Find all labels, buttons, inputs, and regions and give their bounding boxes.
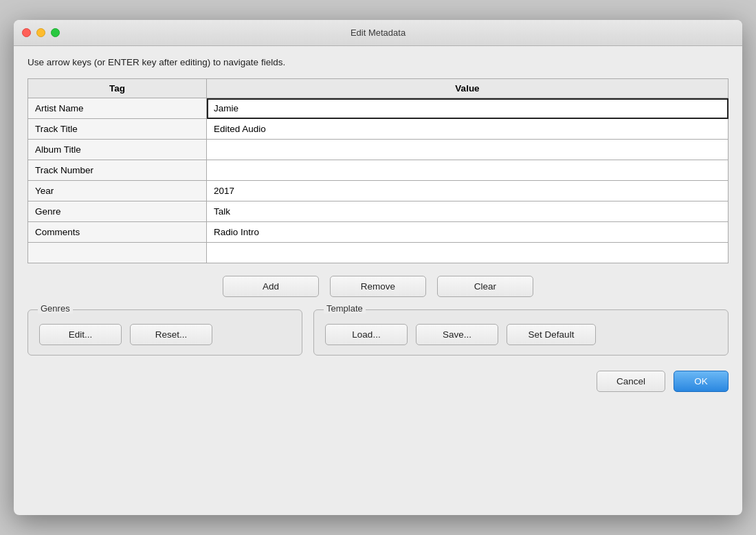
tag-cell: Genre [28,201,207,222]
final-buttons: Cancel OK [27,371,729,392]
close-button[interactable] [22,28,31,37]
remove-button[interactable]: Remove [330,276,426,297]
table-row: Artist NameJamie [28,98,729,119]
table-row: Year2017 [28,181,729,201]
table-row: Album Title [28,140,729,160]
value-cell[interactable] [207,140,729,160]
table-row: GenreTalk [28,201,729,222]
add-button[interactable]: Add [223,276,319,297]
tag-cell: Track Number [28,160,207,181]
template-save-button[interactable]: Save... [416,324,498,345]
titlebar: Edit Metadata [14,20,742,46]
col-header-value: Value [207,79,729,98]
cancel-button[interactable]: Cancel [597,371,665,392]
genres-label: Genres [38,303,73,314]
traffic-lights [22,28,60,37]
template-load-button[interactable]: Load... [325,324,408,345]
tag-cell: Artist Name [28,98,207,119]
maximize-button[interactable] [51,28,60,37]
clear-button[interactable]: Clear [437,276,533,297]
genres-reset-button[interactable]: Reset... [130,324,212,345]
minimize-button[interactable] [36,28,45,37]
table-row-empty [28,243,729,263]
window-title: Edit Metadata [351,28,405,38]
template-label: Template [324,303,366,314]
action-buttons: Add Remove Clear [27,276,729,297]
value-cell-empty [207,243,729,263]
value-cell[interactable]: Talk [207,201,729,222]
value-cell[interactable] [207,160,729,181]
template-section: Template Load... Save... Set Default [313,309,729,356]
tag-cell: Comments [28,222,207,243]
col-header-tag: Tag [28,79,207,98]
instructions-text: Use arrow keys (or ENTER key after editi… [27,57,729,67]
table-row: Track TitleEdited Audio [28,119,729,140]
tag-cell: Track Title [28,119,207,140]
genres-section: Genres Edit... Reset... [27,309,302,356]
table-row: CommentsRadio Intro [28,222,729,243]
genres-buttons: Edit... Reset... [39,324,291,345]
template-set-default-button[interactable]: Set Default [507,324,596,345]
genres-edit-button[interactable]: Edit... [39,324,122,345]
edit-metadata-window: Edit Metadata Use arrow keys (or ENTER k… [14,20,742,515]
tag-cell-empty [28,243,207,263]
ok-button[interactable]: OK [674,371,729,392]
window-content: Use arrow keys (or ENTER key after editi… [14,46,742,515]
metadata-table: Tag Value Artist NameJamieTrack TitleEdi… [27,78,729,263]
value-cell[interactable]: Jamie [207,98,729,119]
value-cell[interactable]: 2017 [207,181,729,201]
template-buttons: Load... Save... Set Default [325,324,717,345]
table-row: Track Number [28,160,729,181]
tag-cell: Album Title [28,140,207,160]
tag-cell: Year [28,181,207,201]
bottom-sections: Genres Edit... Reset... Template Load...… [27,309,729,356]
value-cell[interactable]: Edited Audio [207,119,729,140]
value-cell[interactable]: Radio Intro [207,222,729,243]
